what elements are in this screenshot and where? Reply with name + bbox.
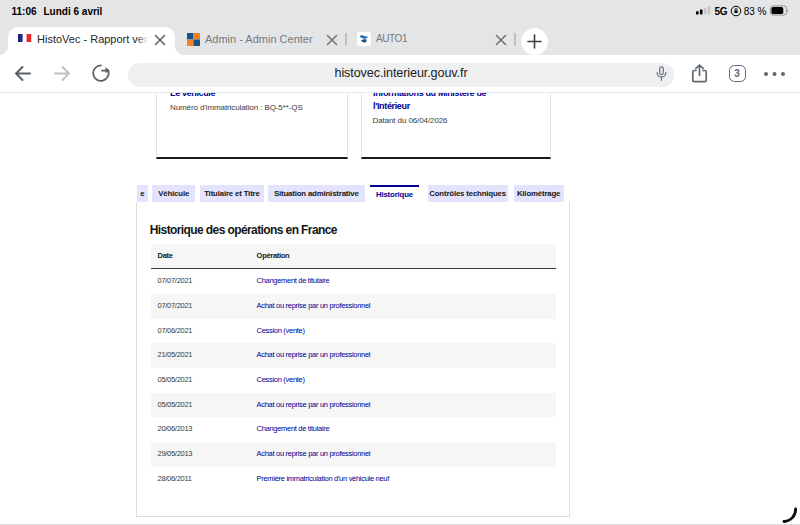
svg-text:83 %: 83 % xyxy=(744,6,767,17)
svg-text:5G: 5G xyxy=(715,6,728,17)
